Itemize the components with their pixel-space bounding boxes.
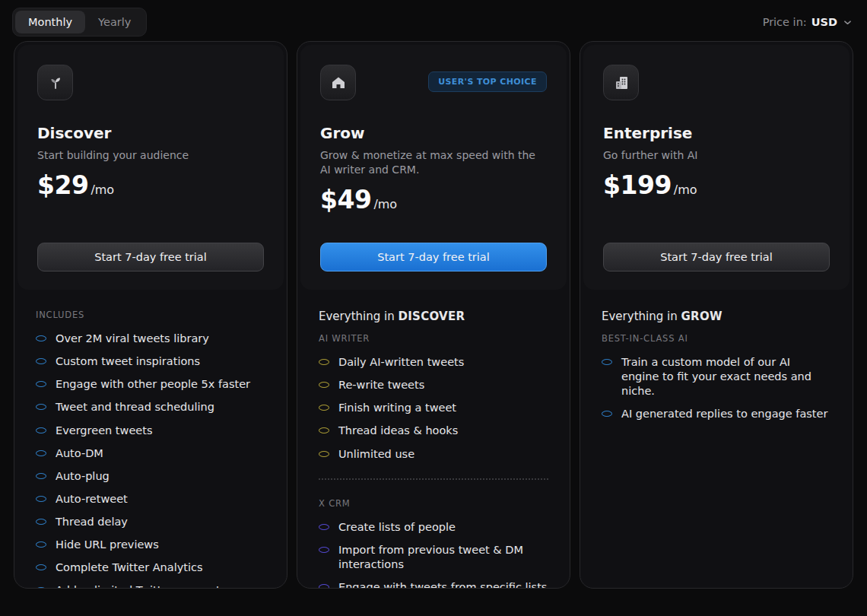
top-choice-badge: USER'S TOP CHOICE [428, 71, 547, 92]
plan-features-grow: Everything in DISCOVER AI WRITER Daily A… [297, 293, 570, 589]
feature-list: Train a custom model of our AI engine to… [602, 355, 831, 422]
bullet-oval-icon [36, 404, 46, 410]
feature-text: AI generated replies to engage faster [621, 407, 827, 421]
bullet-oval-icon [319, 451, 329, 457]
pricing-cards: Discover Start building your audience $2… [0, 41, 867, 589]
plan-card-grow: USER'S TOP CHOICE Grow Grow & monetize a… [297, 41, 570, 589]
start-trial-button-enterprise[interactable]: Start 7-day free trial [603, 243, 830, 271]
feature-item: Finish writing a tweet [319, 401, 548, 415]
feature-item: Custom tweet inspirations [36, 354, 265, 369]
feature-text: Auto-retweet [56, 492, 128, 506]
feature-item: Engage with tweets from specific lists [319, 580, 548, 589]
feature-item: Tweet and thread scheduling [36, 400, 265, 414]
feature-text: Tweet and thread scheduling [56, 400, 214, 414]
feature-item: Evergreen tweets [36, 424, 265, 438]
plan-price: $29 /mo [37, 170, 264, 200]
bullet-oval-icon [602, 411, 612, 417]
price-period: /mo [373, 197, 397, 211]
feature-text: Create lists of people [338, 520, 456, 535]
feature-text: Auto-plug [56, 469, 110, 484]
feature-text: Import from previous tweet & DM interact… [338, 543, 548, 572]
bullet-oval-icon [36, 473, 46, 479]
feature-item: Add unlimited Twitter accounts [36, 583, 265, 589]
plan-title: Grow [320, 124, 547, 142]
feature-item: Engage with other people 5x faster [36, 377, 265, 392]
feature-text: Evergreen tweets [56, 424, 152, 438]
feature-item: Unlimited use [319, 447, 548, 462]
plan-card-enterprise: Enterprise Go further with AI $199 /mo S… [580, 41, 853, 589]
bullet-oval-icon [319, 524, 329, 530]
feature-text: Over 2M viral tweets library [56, 332, 209, 346]
plan-title: Discover [37, 124, 264, 142]
monthly-toggle-button[interactable]: Monthly [15, 11, 85, 33]
bullet-oval-icon [36, 587, 46, 589]
currency-label: Price in: [763, 16, 807, 28]
bullet-oval-icon [36, 519, 46, 525]
price-amount: $49 [320, 185, 371, 214]
plan-features-enterprise: Everything in GROW BEST-IN-CLASS AI Trai… [580, 293, 853, 588]
plan-price: $49 /mo [320, 185, 547, 214]
feature-list: Daily AI-written tweets Re-write tweets … [319, 355, 548, 462]
feature-text: Unlimited use [338, 447, 414, 462]
start-trial-button-discover[interactable]: Start 7-day free trial [37, 243, 264, 271]
feature-item: Daily AI-written tweets [319, 355, 548, 370]
feature-text: Hide URL previews [56, 538, 159, 552]
feature-text: Daily AI-written tweets [338, 355, 464, 370]
inherits-plan-name: GROW [681, 310, 722, 323]
feature-item: Hide URL previews [36, 538, 265, 552]
feature-text: Re-write tweets [338, 378, 424, 392]
dashed-divider [319, 478, 548, 480]
feature-item: Import from previous tweet & DM interact… [319, 543, 548, 572]
inherits-line: Everything in GROW [602, 310, 831, 323]
feature-item: Re-write tweets [319, 378, 548, 392]
feature-text: Complete Twitter Analytics [56, 560, 203, 575]
plan-features-discover: INCLUDES Over 2M viral tweets library Cu… [14, 293, 287, 589]
plan-card-discover: Discover Start building your audience $2… [14, 41, 287, 589]
feature-text: Custom tweet inspirations [56, 354, 200, 369]
feature-item: Train a custom model of our AI engine to… [602, 355, 831, 398]
bullet-oval-icon [319, 382, 329, 388]
feature-text: Engage with tweets from specific lists [338, 580, 547, 589]
home-icon [320, 65, 356, 100]
inherits-prefix: Everything in [319, 310, 398, 323]
plan-description: Start building your audience [37, 148, 264, 163]
plan-description: Grow & monetize at max speed with the AI… [320, 148, 547, 177]
price-amount: $199 [603, 170, 672, 200]
bullet-oval-icon [319, 547, 329, 553]
feature-text: Auto-DM [56, 446, 103, 461]
price-period: /mo [674, 183, 697, 197]
feature-item: Auto-DM [36, 446, 265, 461]
bullet-oval-icon [36, 427, 46, 433]
feature-text: Thread delay [56, 515, 128, 529]
feature-text: Add unlimited Twitter accounts [56, 583, 226, 589]
currency-selector[interactable]: Price in: USD [763, 16, 852, 28]
section-label: X CRM [319, 498, 548, 509]
feature-item: Complete Twitter Analytics [36, 560, 265, 575]
bullet-oval-icon [602, 359, 612, 365]
section-label: AI WRITER [319, 333, 548, 344]
feature-item: Over 2M viral tweets library [36, 332, 265, 346]
bullet-oval-icon [36, 335, 46, 341]
section-label: INCLUDES [36, 310, 265, 320]
bullet-oval-icon [319, 584, 329, 589]
plan-title: Enterprise [603, 124, 830, 142]
inherits-line: Everything in DISCOVER [319, 310, 548, 323]
inherits-prefix: Everything in [602, 310, 681, 323]
currency-value: USD [811, 16, 837, 28]
feature-item: Auto-retweet [36, 492, 265, 506]
plan-header-grow: USER'S TOP CHOICE Grow Grow & monetize a… [300, 45, 567, 290]
yearly-toggle-button[interactable]: Yearly [85, 11, 144, 33]
bullet-oval-icon [36, 541, 46, 548]
bullet-oval-icon [319, 427, 329, 433]
bullet-oval-icon [319, 359, 329, 365]
plan-header-discover: Discover Start building your audience $2… [17, 45, 284, 290]
feature-list: Create lists of people Import from previ… [319, 520, 548, 589]
feature-item: Create lists of people [319, 520, 548, 535]
start-trial-button-grow[interactable]: Start 7-day free trial [320, 243, 547, 271]
price-amount: $29 [37, 170, 88, 200]
bullet-oval-icon [36, 381, 46, 387]
bullet-oval-icon [36, 496, 46, 502]
sprout-icon [37, 65, 73, 100]
feature-item: Thread ideas & hooks [319, 424, 548, 438]
plan-price: $199 /mo [603, 170, 830, 200]
